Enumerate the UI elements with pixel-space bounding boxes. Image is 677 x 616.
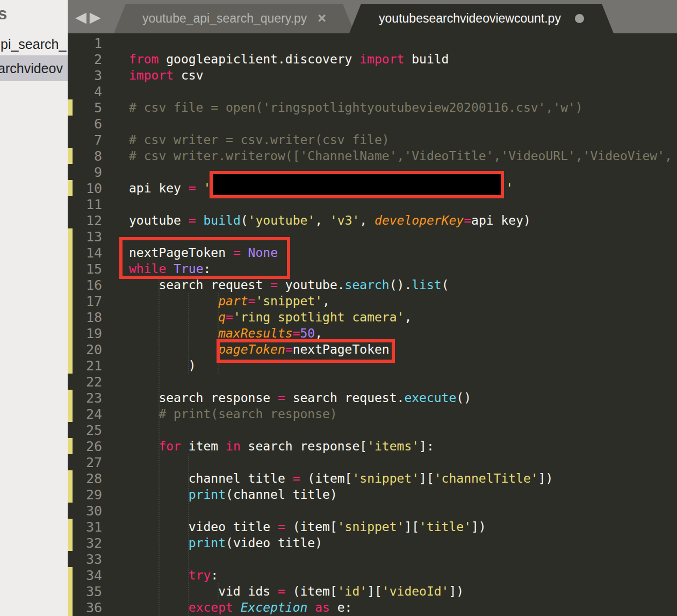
line-number: 31	[68, 519, 102, 535]
sidebar-item-api-search[interactable]: pi_search_	[0, 31, 68, 57]
line-number: 21	[68, 358, 102, 374]
sidebar-item-label: pi_search_	[1, 37, 66, 52]
code-line: 3import csv	[68, 67, 677, 83]
tab-youtube-api-search-query[interactable]: youtube_api_search_query.py ×	[114, 4, 355, 33]
line-number: 29	[68, 487, 102, 503]
sidebar-item-label: archvideov	[0, 61, 63, 76]
line-number: 7	[68, 132, 102, 148]
line-number: 35	[68, 584, 102, 599]
tab-label: youtube_api_search_query.py	[142, 11, 307, 26]
line-number: 25	[68, 422, 102, 438]
line-number: 15	[68, 261, 102, 277]
back-arrow-icon[interactable]: ◀	[75, 9, 87, 25]
line-number: 4	[68, 84, 102, 99]
line-number: 32	[68, 535, 102, 551]
line-number: 3	[68, 68, 102, 83]
code-text: import csv	[102, 68, 677, 82]
code-text: youtube = build('youtube', 'v3', develop…	[102, 213, 677, 227]
code-line: 8# csv_writer.writerow(['ChannelName','V…	[68, 148, 677, 164]
line-number: 27	[68, 455, 102, 470]
code-text: from googleapiclient.discovery import bu…	[102, 52, 677, 66]
line-number: 19	[68, 326, 102, 341]
code-line: 12youtube = build('youtube', 'v3', devel…	[68, 212, 677, 228]
modified-dot-icon	[575, 14, 584, 23]
line-number: 9	[68, 164, 102, 180]
forward-arrow-icon[interactable]: ▶	[90, 9, 101, 25]
code-text: # csv_writer.writerow(['ChannelName','Vi…	[102, 149, 677, 163]
indent-guide	[218, 583, 219, 599]
line-number: 16	[68, 277, 102, 293]
code-text: # csv_writer = csv.writer(csv_file)	[102, 133, 677, 147]
modified-line-marker	[68, 390, 73, 422]
line-number: 8	[68, 148, 102, 164]
modified-line-marker	[68, 180, 73, 196]
line-number: 23	[68, 390, 102, 406]
sidebar-folder-heading: s	[0, 4, 8, 24]
line-number: 2	[68, 52, 102, 67]
code-text: search_request = youtube.search().list(	[102, 278, 677, 292]
code-line: 11	[68, 196, 677, 212]
line-number: 30	[68, 503, 102, 519]
code-line: 1	[68, 35, 677, 51]
code-text: for item in search_response['items']:	[102, 439, 677, 453]
code-text: # csv_file = open('ringspotlightyoutubev…	[102, 101, 677, 114]
highlight-pagetoken-arg-box	[217, 339, 395, 363]
modified-line-marker	[68, 99, 73, 116]
line-number: 12	[68, 213, 102, 228]
modified-line-marker	[68, 148, 73, 164]
tab-bar: ◀ ▶ youtube_api_search_query.py × youtub…	[68, 0, 677, 33]
line-number: 33	[68, 551, 102, 567]
line-number: 10	[68, 181, 102, 196]
modified-line-marker	[68, 519, 73, 551]
file-sidebar: s pi_search_ archvideov	[0, 0, 68, 616]
code-line: 6	[68, 116, 677, 132]
code-line: 2from googleapiclient.discovery import b…	[68, 51, 677, 67]
modified-line-marker	[68, 567, 73, 616]
modified-line-marker	[68, 470, 73, 503]
line-number: 28	[68, 471, 102, 486]
history-nav: ◀ ▶	[75, 0, 101, 33]
line-number: 6	[68, 116, 102, 132]
modified-line-marker	[68, 438, 73, 454]
code-text: search_response = search_request.execute…	[102, 391, 677, 405]
code-line: 5# csv_file = open('ringspotlightyoutube…	[68, 99, 677, 116]
modified-line-marker	[68, 228, 73, 374]
indent-guide	[188, 293, 189, 374]
tab-label: youtubesearchvideoviewcount.py	[379, 11, 561, 26]
line-number: 14	[68, 245, 102, 261]
line-number: 13	[68, 229, 102, 245]
line-number: 34	[68, 568, 102, 583]
line-number: 1	[68, 35, 102, 51]
line-number: 20	[68, 342, 102, 357]
indent-guide	[188, 454, 189, 616]
line-number: 26	[68, 439, 102, 454]
redacted-api-key-box	[210, 171, 504, 198]
line-number: 5	[68, 100, 102, 116]
tab-youtubesearchvideoviewcount[interactable]: youtubesearchvideoviewcount.py	[349, 4, 614, 33]
line-number: 24	[68, 406, 102, 422]
close-icon[interactable]: ×	[318, 10, 326, 27]
line-number: 18	[68, 310, 102, 325]
highlight-nextpagetoken-init-box	[119, 237, 290, 279]
line-number: 11	[68, 197, 102, 212]
code-text: # print(search_response)	[102, 407, 677, 421]
line-number: 22	[68, 374, 102, 390]
indent-guide	[159, 277, 160, 616]
code-line: 4	[68, 83, 677, 99]
editor-pane: ◀ ▶ youtube_api_search_query.py × youtub…	[68, 0, 677, 616]
line-number: 36	[68, 600, 102, 615]
line-number: 17	[68, 293, 102, 309]
sidebar-item-searchvideo-selected[interactable]: archvideov	[0, 55, 68, 81]
code-line: 7# csv_writer = csv.writer(csv_file)	[68, 132, 677, 148]
